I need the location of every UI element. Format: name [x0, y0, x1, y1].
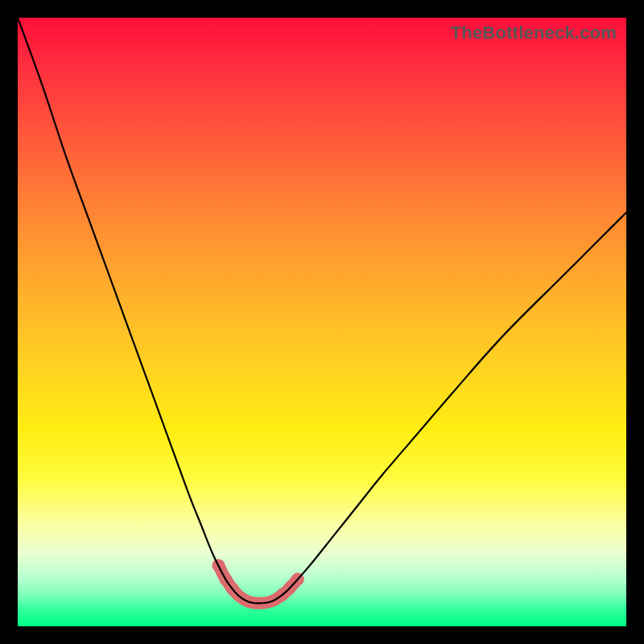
plot-area: TheBottleneck.com [18, 18, 626, 626]
curve-layer [18, 18, 626, 626]
watermark-text: TheBottleneck.com [451, 23, 617, 43]
bottleneck-curve [18, 18, 626, 603]
chart-frame: TheBottleneck.com [0, 0, 644, 644]
